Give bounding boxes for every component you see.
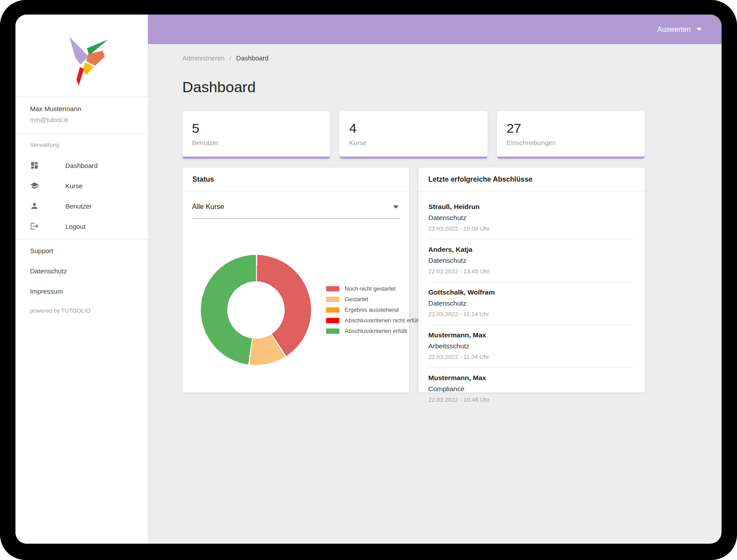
legend-row: Abschlusskriterien erfüllt <box>326 328 421 334</box>
completion-course: Datenschutz <box>429 299 635 307</box>
graduation-cap-icon <box>30 181 39 190</box>
completions-panel-title: Letzte erfolgreiche Abschlüsse <box>418 168 645 192</box>
completion-datetime: 22.03.2022 - 13.45 Uhr <box>429 268 635 275</box>
stat-label: Kurse <box>349 139 478 146</box>
sidebar-nav: Dashboard Kurse Benutzer Logout <box>15 155 148 236</box>
list-item: Strauß, Heidrun Datenschutz 22.03.2022 -… <box>429 197 635 239</box>
breadcrumb-current: Dashboard <box>236 54 268 62</box>
person-icon <box>30 202 39 210</box>
panels-row: Status Alle Kurse Noch nicht gestartet <box>182 168 645 392</box>
stat-value: 4 <box>349 121 478 136</box>
donut-hole <box>227 281 285 339</box>
evaluate-menu[interactable]: Auswerten <box>657 26 702 34</box>
legend-label: Ergebnis ausstehend <box>345 306 399 313</box>
evaluate-menu-label: Auswerten <box>657 26 691 34</box>
completion-name: Mustermann, Max <box>429 374 635 382</box>
completions-panel: Letzte erfolgreiche Abschlüsse Strauß, H… <box>418 168 645 392</box>
sidebar-item-label: Dashboard <box>65 162 98 169</box>
legend-swatch <box>326 318 339 323</box>
sidebar-item-label: Logout <box>65 223 86 230</box>
list-item: Mustermann, Max Arbeitsschutz 22.03.2022… <box>429 325 635 367</box>
stat-accent-strip <box>182 157 330 159</box>
completion-datetime: 22.03.2022 - 11.04 Uhr <box>429 354 635 360</box>
completion-course: Compliance <box>429 385 635 393</box>
legend-row: Ergebnis ausstehend <box>326 306 421 313</box>
completion-name: Anders, Katja <box>429 246 635 254</box>
powered-by-label: powered by TUTOOLIO <box>30 307 90 314</box>
user-email: mm@tutool.io <box>30 116 81 123</box>
sidebar-item-datenschutz[interactable]: Datenschutz <box>15 261 148 281</box>
stat-card-kurse: 4 Kurse <box>339 111 487 159</box>
sidebar-item-impressum[interactable]: Impressum <box>15 281 148 301</box>
legend-row: Noch nicht gestartet <box>326 285 421 292</box>
stat-card-benutzer: 5 Benutzer <box>182 111 330 159</box>
course-filter-value: Alle Kurse <box>192 203 224 211</box>
sidebar-divider <box>15 239 148 240</box>
user-name: Max Mustermann <box>30 105 81 112</box>
completion-course: Datenschutz <box>429 214 635 222</box>
sidebar-user-block: Max Mustermann mm@tutool.io <box>30 105 81 123</box>
completion-datetime: 22.03.2022 - 10.46 Uhr <box>429 396 635 403</box>
legend-row: Gestartet <box>326 296 421 302</box>
sidebar-item-logout[interactable]: Logout <box>15 216 148 236</box>
main-content: Administrieren / Dashboard Dashboard 5 B… <box>148 44 722 544</box>
legend-swatch <box>326 329 339 334</box>
stat-value: 5 <box>192 121 320 136</box>
status-panel-title: Status <box>182 168 409 192</box>
completion-datetime: 22.03.2022 - 11.14 Uhr <box>429 311 635 317</box>
app-window: Auswerten Max Mustermann mm@tutool.io Ve… <box>15 15 722 544</box>
sidebar-item-label: Kurse <box>65 182 83 190</box>
completion-course: Arbeitsschutz <box>429 342 635 350</box>
legend-swatch <box>326 307 339 313</box>
chart-legend: Noch nicht gestartet Gestartet Ergebnis … <box>326 285 421 334</box>
chevron-down-icon <box>393 205 399 209</box>
page-title: Dashboard <box>182 78 256 96</box>
dashboard-icon <box>30 161 39 170</box>
course-filter-select[interactable]: Alle Kurse <box>192 203 399 219</box>
stat-label: Einschreibungen <box>507 139 635 146</box>
completions-list: Strauß, Heidrun Datenschutz 22.03.2022 -… <box>429 191 635 410</box>
stat-label: Benutzer <box>192 139 320 146</box>
sidebar-item-support[interactable]: Support <box>15 240 148 261</box>
legend-swatch <box>326 286 339 291</box>
status-panel: Status Alle Kurse Noch nicht gestartet <box>182 168 409 392</box>
completion-name: Strauß, Heidrun <box>429 203 635 211</box>
legend-label: Abschlusskriterien nicht erfüllt <box>345 317 421 324</box>
hummingbird-logo-icon <box>53 31 111 89</box>
stat-accent-strip <box>497 157 645 159</box>
legend-label: Noch nicht gestartet <box>345 285 396 292</box>
stats-row: 5 Benutzer 4 Kurse 27 Einschreibungen <box>182 111 645 159</box>
stat-card-einschreibungen: 27 Einschreibungen <box>497 111 645 159</box>
completion-course: Datenschutz <box>429 257 635 265</box>
list-item: Gottschalk, Wolfram Datenschutz 22.03.20… <box>429 282 635 325</box>
breadcrumb-separator: / <box>229 54 231 62</box>
legend-label: Gestartet <box>345 296 368 302</box>
list-item: Mustermann, Max Compliance 22.03.2022 - … <box>429 367 635 410</box>
list-item: Anders, Katja Datenschutz 22.03.2022 - 1… <box>429 239 635 282</box>
legend-swatch <box>326 297 339 302</box>
status-donut-chart <box>201 255 311 365</box>
completion-name: Gottschalk, Wolfram <box>429 288 635 296</box>
stat-accent-strip <box>339 157 487 159</box>
sidebar-divider <box>15 96 148 97</box>
sidebar-links: Support Datenschutz Impressum <box>15 240 148 301</box>
chevron-down-icon <box>696 28 702 31</box>
breadcrumb-parent[interactable]: Administrieren <box>182 54 225 62</box>
sidebar-item-dashboard[interactable]: Dashboard <box>15 155 148 175</box>
legend-label: Abschlusskriterien erfüllt <box>345 328 407 334</box>
completion-name: Mustermann, Max <box>429 331 635 339</box>
sidebar-divider <box>15 133 148 134</box>
sidebar-section-label: Verwaltung <box>30 142 60 148</box>
sidebar-item-kurse[interactable]: Kurse <box>15 175 148 196</box>
completion-datetime: 22.03.2022 - 15.08 Uhr <box>429 225 635 232</box>
brand-logo <box>15 27 148 93</box>
sidebar-item-label: Benutzer <box>65 202 92 210</box>
legend-row: Abschlusskriterien nicht erfüllt <box>326 317 421 324</box>
breadcrumb: Administrieren / Dashboard <box>182 54 268 62</box>
stat-value: 27 <box>507 121 635 136</box>
sidebar: Max Mustermann mm@tutool.io Verwaltung D… <box>15 15 148 544</box>
sidebar-item-benutzer[interactable]: Benutzer <box>15 196 148 216</box>
logout-icon <box>30 222 39 231</box>
topbar: Auswerten <box>148 15 722 44</box>
